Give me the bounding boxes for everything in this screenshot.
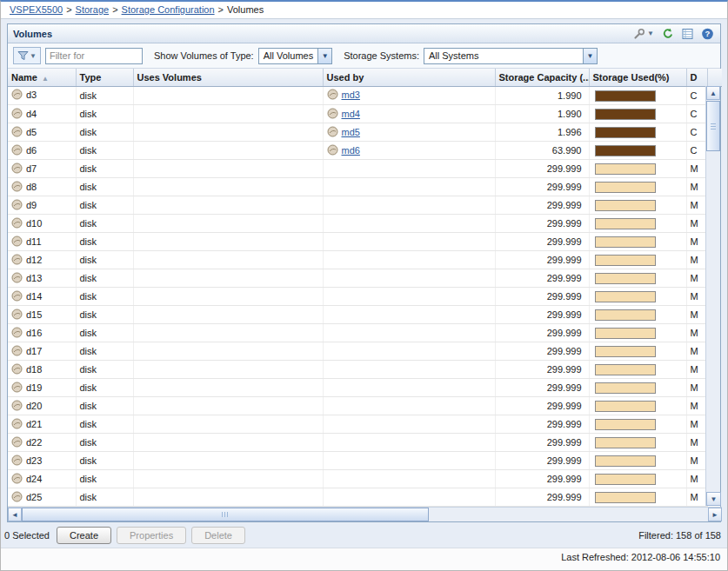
table-row[interactable]: d9 disk 299.999 M — [8, 196, 707, 215]
table-row[interactable]: d25 disk 299.999 M — [8, 488, 707, 507]
usage-bar — [595, 474, 656, 485]
vertical-scrollbar[interactable]: ▲ ▼ — [705, 86, 720, 506]
scroll-down-icon[interactable]: ▼ — [706, 492, 721, 506]
storage-capacity-cell: 63.990 — [495, 142, 589, 160]
refresh-icon[interactable] — [660, 27, 675, 41]
breadcrumb-link-storage[interactable]: Storage — [76, 4, 110, 15]
volume-type: disk — [76, 160, 133, 178]
volume-type: disk — [76, 269, 133, 288]
horizontal-scrollbar-thumb[interactable] — [22, 508, 429, 521]
volume-name: d14 — [26, 291, 42, 302]
delete-button[interactable]: Delete — [191, 527, 245, 544]
volume-name: d6 — [26, 145, 37, 156]
tools-icon[interactable]: ▼ — [632, 27, 655, 41]
table-row[interactable]: d10 disk 299.999 M — [8, 215, 707, 233]
table-row[interactable]: d22 disk 299.999 M — [8, 434, 707, 452]
uses-volumes-cell — [133, 215, 323, 233]
d-cell: M — [686, 251, 707, 269]
storage-capacity-cell: 299.999 — [495, 324, 589, 342]
used-by-link[interactable]: md4 — [342, 109, 360, 119]
usage-bar — [595, 382, 656, 394]
table-row[interactable]: d8 disk 299.999 M — [8, 178, 707, 196]
usage-bar — [595, 419, 656, 430]
used-by-link[interactable]: md3 — [342, 90, 360, 100]
storage-capacity-cell: 299.999 — [495, 342, 589, 361]
svg-text:?: ? — [705, 29, 711, 38]
breadcrumb-separator: > — [112, 4, 117, 15]
type-filter-select[interactable]: All Volumes ▼ — [258, 48, 332, 64]
storage-used-cell — [589, 196, 686, 215]
systems-filter-select[interactable]: All Systems ▼ — [424, 48, 598, 64]
volume-type: disk — [76, 215, 133, 233]
breadcrumb: VSPEX5500>Storage>Storage Configuration>… — [1, 2, 727, 19]
filter-input[interactable] — [45, 48, 143, 64]
storage-used-cell — [589, 251, 686, 269]
table-row[interactable]: d21 disk 299.999 M — [8, 415, 707, 434]
table-row[interactable]: d4 disk md4 1.990 C — [8, 105, 707, 123]
table-header: Name▲ Type Uses Volumes Used by Storage … — [8, 69, 722, 87]
table-row[interactable]: d13 disk 299.999 M — [8, 269, 707, 288]
usage-bar — [595, 455, 656, 467]
scroll-up-icon[interactable]: ▲ — [706, 86, 720, 100]
table-row[interactable]: d17 disk 299.999 M — [8, 342, 707, 361]
column-header-used-by[interactable]: Used by — [323, 69, 495, 86]
export-icon[interactable] — [680, 27, 695, 41]
column-header-storage-used[interactable]: Storage Used(%) — [589, 69, 686, 86]
used-by-cell — [323, 361, 495, 379]
application-window: VSPEX5500>Storage>Storage Configuration>… — [0, 0, 728, 571]
table-row[interactable]: d12 disk 299.999 M — [8, 251, 707, 269]
breadcrumb-link-storage-configuration[interactable]: Storage Configuration — [122, 4, 215, 15]
uses-volumes-cell — [133, 196, 323, 215]
column-header-uses-volumes[interactable]: Uses Volumes — [133, 69, 323, 86]
table-row[interactable]: d24 disk 299.999 M — [8, 470, 707, 488]
used-by-cell — [323, 178, 495, 196]
breadcrumb-link-vspex5500[interactable]: VSPEX5500 — [10, 4, 63, 15]
volume-type: disk — [76, 288, 133, 306]
storage-used-cell — [589, 123, 686, 142]
table-row[interactable]: d3 disk md3 1.990 C — [8, 87, 707, 105]
table-row[interactable]: d20 disk 299.999 M — [8, 397, 707, 415]
column-header-d[interactable]: D — [686, 69, 707, 86]
storage-capacity-cell: 299.999 — [495, 470, 589, 488]
type-filter-value: All Volumes — [259, 50, 317, 61]
table-row[interactable]: d18 disk 299.999 M — [8, 361, 707, 379]
horizontal-scrollbar[interactable]: ◄ ► — [8, 507, 722, 521]
usage-bar — [595, 236, 656, 248]
help-icon[interactable]: ? — [700, 27, 715, 41]
usage-bar — [595, 218, 656, 229]
column-header-type[interactable]: Type — [76, 69, 133, 86]
create-button[interactable]: Create — [57, 527, 111, 544]
uses-volumes-cell — [133, 251, 323, 269]
volume-type: disk — [76, 87, 133, 105]
used-by-cell — [323, 415, 495, 434]
table-row[interactable]: d5 disk md5 1.996 C — [8, 123, 707, 142]
table-row[interactable]: d11 disk 299.999 M — [8, 233, 707, 251]
properties-button[interactable]: Properties — [117, 527, 186, 544]
table-row[interactable]: d19 disk 299.999 M — [8, 379, 707, 397]
volume-icon — [11, 418, 23, 431]
table-row[interactable]: d7 disk 299.999 M — [8, 160, 707, 178]
footer-bar: 0 Selected Create Properties Delete Filt… — [1, 522, 727, 548]
volume-icon — [11, 272, 23, 285]
table-row[interactable]: d6 disk md6 63.990 C — [8, 142, 707, 160]
scroll-left-icon[interactable]: ◄ — [8, 508, 22, 521]
table-row[interactable]: d14 disk 299.999 M — [8, 288, 707, 306]
volume-icon — [11, 345, 23, 358]
storage-used-cell — [589, 397, 686, 415]
used-by-link[interactable]: md5 — [342, 127, 360, 137]
column-header-name[interactable]: Name▲ — [8, 69, 76, 86]
usage-bar — [595, 492, 656, 503]
table-row[interactable]: d16 disk 299.999 M — [8, 324, 707, 342]
usage-bar-fill — [596, 91, 655, 101]
usage-bar — [595, 127, 656, 138]
chevron-down-icon: ▼ — [317, 49, 331, 63]
uses-volumes-cell — [133, 470, 323, 488]
scroll-right-icon[interactable]: ► — [708, 508, 722, 521]
table-row[interactable]: d23 disk 299.999 M — [8, 452, 707, 470]
used-by-cell — [323, 434, 495, 452]
column-header-storage-capacity[interactable]: Storage Capacity (... — [495, 69, 589, 86]
used-by-link[interactable]: md6 — [342, 145, 360, 156]
filter-menu-button[interactable]: ▼ — [13, 47, 41, 64]
table-row[interactable]: d15 disk 299.999 M — [8, 306, 707, 324]
vertical-scrollbar-thumb[interactable] — [706, 101, 720, 151]
